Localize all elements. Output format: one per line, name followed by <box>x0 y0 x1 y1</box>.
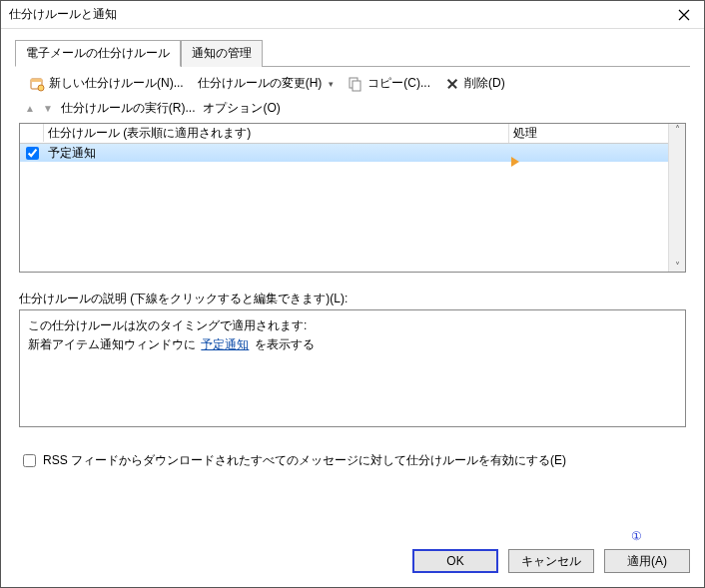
rules-subbar: ▲ ▼ 仕分けルールの実行(R)... オプション(O) <box>15 98 690 123</box>
svg-rect-4 <box>352 81 360 91</box>
options-button[interactable]: オプション(O) <box>203 100 280 117</box>
tab-email-rules[interactable]: 電子メールの仕分けルール <box>15 40 181 67</box>
move-up-icon[interactable]: ▲ <box>25 103 35 114</box>
delete-rule-button[interactable]: 削除(D) <box>440 73 509 94</box>
copy-rule-button[interactable]: コピー(C)... <box>344 73 434 94</box>
rule-description-line1: この仕分けルールは次のタイミングで適用されます: <box>28 316 677 335</box>
rules-header-checkbox-col <box>20 124 44 142</box>
delete-rule-label: 削除(D) <box>464 75 505 92</box>
move-down-icon[interactable]: ▼ <box>43 103 53 114</box>
rule-desc-post: を表示する <box>255 337 315 351</box>
scroll-down-icon[interactable]: ˅ <box>675 261 680 272</box>
tab-strip: 電子メールの仕分けルール 通知の管理 <box>15 39 690 67</box>
rules-list-scrollbar[interactable]: ˄ ˅ <box>668 124 685 272</box>
svg-point-2 <box>38 85 44 91</box>
new-rule-label: 新しい仕分けルール(N)... <box>49 75 184 92</box>
rule-description-box: この仕分けルールは次のタイミングで適用されます: 新着アイテム通知ウィンドウに … <box>19 309 686 427</box>
new-rule-icon <box>29 76 45 92</box>
run-rules-button[interactable]: 仕分けルールの実行(R)... <box>61 100 196 117</box>
rule-description-line2: 新着アイテム通知ウィンドウに 予定通知 を表示する <box>28 335 677 354</box>
rule-row-checkbox[interactable] <box>20 147 44 160</box>
rule-desc-link[interactable]: 予定通知 <box>199 337 251 351</box>
table-row[interactable]: 予定通知 <box>20 144 685 162</box>
rule-row-name: 予定通知 <box>44 145 509 162</box>
rule-checkbox[interactable] <box>26 147 39 160</box>
rss-checkbox[interactable] <box>23 454 36 467</box>
change-rule-button[interactable]: 仕分けルールの変更(H) <box>194 73 339 94</box>
window-title: 仕分けルールと通知 <box>9 6 664 23</box>
annotation-marker: ① <box>631 529 642 543</box>
ok-button[interactable]: OK <box>412 549 498 573</box>
dialog-footer: OK キャンセル 適用(A) <box>412 549 690 573</box>
rules-toolbar: 新しい仕分けルール(N)... 仕分けルールの変更(H) コピー(C)... 削… <box>15 67 690 98</box>
tab-manage-alerts[interactable]: 通知の管理 <box>181 40 263 67</box>
delete-icon <box>444 76 460 92</box>
rss-option-row: RSS フィードからダウンロードされたすべてのメッセージに対して仕分けルールを有… <box>19 451 686 470</box>
rule-action-icon <box>511 157 519 167</box>
svg-rect-1 <box>31 79 42 82</box>
rss-option-label: RSS フィードからダウンロードされたすべてのメッセージに対して仕分けルールを有… <box>43 452 566 469</box>
cancel-button[interactable]: キャンセル <box>508 549 594 573</box>
rule-desc-pre: 新着アイテム通知ウィンドウに <box>28 337 196 351</box>
rules-list: 仕分けルール (表示順に適用されます) 処理 予定通知 ˄ ˅ <box>19 123 686 273</box>
copy-rule-label: コピー(C)... <box>367 75 430 92</box>
dialog-body: 電子メールの仕分けルール 通知の管理 新しい仕分けルール(N)... 仕分けルー… <box>1 29 704 470</box>
rule-description-label: 仕分けルールの説明 (下線をクリックすると編集できます)(L): <box>19 291 686 307</box>
copy-icon <box>348 76 363 92</box>
rules-header-name[interactable]: 仕分けルール (表示順に適用されます) <box>44 124 509 143</box>
apply-button[interactable]: 適用(A) <box>604 549 690 573</box>
new-rule-button[interactable]: 新しい仕分けルール(N)... <box>25 73 188 94</box>
rules-header-proc[interactable]: 処理 <box>509 124 685 143</box>
title-bar: 仕分けルールと通知 <box>1 1 704 29</box>
rules-list-header: 仕分けルール (表示順に適用されます) 処理 <box>20 124 685 144</box>
close-button[interactable] <box>664 1 704 29</box>
scroll-up-icon[interactable]: ˄ <box>675 124 680 135</box>
